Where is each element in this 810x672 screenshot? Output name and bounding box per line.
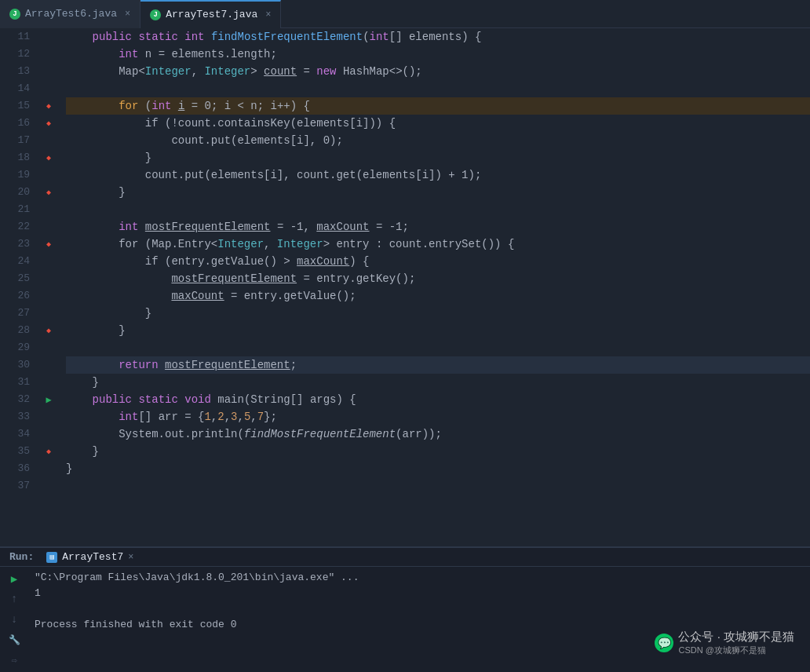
code-line-18: } xyxy=(66,149,810,166)
gutter-12 xyxy=(38,46,60,63)
code-line-32: public static void main(String[] args) { xyxy=(66,391,810,408)
code-line-19: count.put(elements[i], count.get(element… xyxy=(66,166,810,184)
gutter-31 xyxy=(38,374,60,391)
gutter: ◆ ◆ ◆ ◆ ◆ ◆ ▶ ◆ xyxy=(38,28,60,546)
gutter-13 xyxy=(38,63,60,80)
gutter-30 xyxy=(38,356,60,374)
run-output-line-3 xyxy=(35,601,804,617)
gutter-20[interactable]: ◆ xyxy=(38,184,60,201)
tab-arraytest7[interactable]: J ArrayTest7.java × xyxy=(140,0,281,28)
watermark-line1: 公众号 · 攻城狮不是猫 xyxy=(678,630,794,645)
tab-close-1[interactable]: × xyxy=(125,9,130,20)
run-tab-icon: ▤ xyxy=(46,552,57,563)
code-line-17: count.put(elements[i], 0); xyxy=(66,132,810,149)
gutter-11 xyxy=(38,28,60,46)
code-line-26: maxCount = entry.getValue(); xyxy=(66,287,810,305)
gutter-24 xyxy=(38,253,60,270)
wechat-icon: 💬 xyxy=(655,634,673,652)
watermark: 💬 公众号 · 攻城狮不是猫 CSDN @攻城狮不是猫 xyxy=(655,630,794,656)
run-tab-bar: Run: ▤ ArrayTest7 × xyxy=(0,548,810,567)
tab-label-1: ArrayTest6.java xyxy=(25,8,117,20)
code-editor: 11 12 13 14 15 16 17 18 19 20 21 22 23 2… xyxy=(0,28,810,546)
gutter-16[interactable]: ◆ xyxy=(38,115,60,132)
watermark-line2: CSDN @攻城狮不是猫 xyxy=(678,645,794,656)
run-output-line-2: 1 xyxy=(35,586,804,601)
run-tab-label: ArrayTest7 xyxy=(62,551,123,563)
gutter-15[interactable]: ◆ xyxy=(38,97,60,115)
line-numbers: 11 12 13 14 15 16 17 18 19 20 21 22 23 2… xyxy=(0,28,38,546)
gutter-29 xyxy=(38,339,60,356)
code-line-36: } xyxy=(66,460,810,477)
run-wrench-button[interactable]: 🔧 xyxy=(5,631,23,648)
watermark-text: 公众号 · 攻城狮不是猫 CSDN @攻城狮不是猫 xyxy=(678,630,794,656)
tab-close-2[interactable]: × xyxy=(265,9,271,20)
code-line-30: return mostFrequentElement; xyxy=(66,356,810,374)
code-line-23: for (Map.Entry<Integer, Integer> entry :… xyxy=(66,236,810,253)
code-line-15: for (int i = 0; i < n; i++) { xyxy=(66,97,810,115)
code-line-14 xyxy=(66,80,810,97)
tab-icon-2: J xyxy=(150,9,161,20)
gutter-34 xyxy=(38,425,60,443)
code-line-12: int n = elements.length; xyxy=(66,46,810,63)
code-line-20: } xyxy=(66,184,810,201)
run-arrow-down-button[interactable]: ↓ xyxy=(5,611,23,628)
tab-arraytest6[interactable]: J ArrayTest6.java × xyxy=(0,0,140,28)
gutter-36 xyxy=(38,460,60,477)
run-tab-close[interactable]: × xyxy=(128,552,133,563)
run-tab-arraytest7[interactable]: ▤ ArrayTest7 × xyxy=(40,550,140,564)
gutter-27 xyxy=(38,305,60,322)
code-line-11: public static int findMostFrequentElemen… xyxy=(66,28,810,46)
code-line-16: if (!count.containsKey(elements[i])) { xyxy=(66,115,810,132)
gutter-32[interactable]: ▶ xyxy=(38,391,60,408)
gutter-28[interactable]: ◆ xyxy=(38,322,60,339)
run-stop-button[interactable]: ⇨ xyxy=(5,652,23,669)
run-play-button[interactable]: ▶ xyxy=(5,570,23,587)
gutter-21 xyxy=(38,201,60,218)
code-line-34: System.out.println(findMostFrequentEleme… xyxy=(66,425,810,443)
gutter-17 xyxy=(38,132,60,149)
gutter-26 xyxy=(38,287,60,305)
code-line-13: Map<Integer, Integer> count = new HashMa… xyxy=(66,63,810,80)
gutter-22 xyxy=(38,218,60,236)
app-container: J ArrayTest6.java × J ArrayTest7.java × … xyxy=(0,0,810,672)
run-sidebar: ▶ ↑ ↓ 🔧 ⇨ xyxy=(0,567,28,672)
code-line-29 xyxy=(66,339,810,356)
run-arrow-up-button[interactable]: ↑ xyxy=(5,590,23,608)
gutter-23[interactable]: ◆ xyxy=(38,236,60,253)
gutter-18[interactable]: ◆ xyxy=(38,149,60,166)
gutter-35[interactable]: ◆ xyxy=(38,443,60,460)
code-line-27: } xyxy=(66,305,810,322)
code-line-37 xyxy=(66,477,810,495)
code-line-21 xyxy=(66,201,810,218)
gutter-25 xyxy=(38,270,60,287)
code-content: 11 12 13 14 15 16 17 18 19 20 21 22 23 2… xyxy=(0,28,810,546)
code-line-28: } xyxy=(66,322,810,339)
gutter-14 xyxy=(38,80,60,97)
tab-label-2: ArrayTest7.java xyxy=(166,9,257,20)
code-line-24: if (entry.getValue() > maxCount) { xyxy=(66,253,810,270)
code-lines: public static int findMostFrequentElemen… xyxy=(60,28,810,546)
tab-bar: J ArrayTest6.java × J ArrayTest7.java × xyxy=(0,0,810,28)
code-line-35: } xyxy=(66,443,810,460)
code-line-31: } xyxy=(66,374,810,391)
gutter-33 xyxy=(38,408,60,425)
code-line-22: int mostFrequentElement = -1, maxCount =… xyxy=(66,218,810,236)
gutter-37 xyxy=(38,477,60,495)
code-line-25: mostFrequentElement = entry.getKey(); xyxy=(66,270,810,287)
code-line-33: int[] arr = {1,2,3,5,7}; xyxy=(66,408,810,425)
run-output-line-1: "C:\Program Files\Java\jdk1.8.0_201\bin\… xyxy=(35,570,804,586)
tab-icon-1: J xyxy=(9,9,20,20)
run-label: Run: xyxy=(9,551,34,563)
gutter-19 xyxy=(38,166,60,184)
